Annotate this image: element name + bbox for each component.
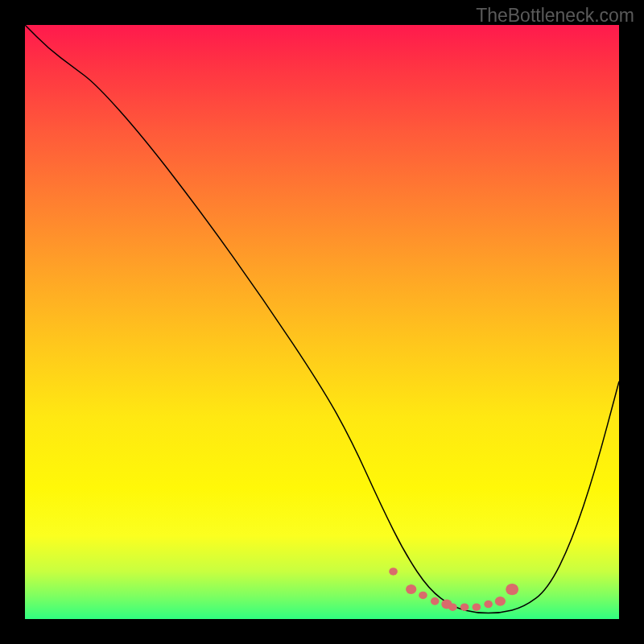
optimal-dot	[460, 603, 469, 611]
plot-gradient-area	[25, 25, 619, 619]
watermark-text: TheBottleneck.com	[476, 5, 634, 27]
optimal-dot	[473, 603, 481, 611]
optimal-dot	[448, 603, 457, 611]
optimal-dot	[389, 568, 398, 576]
optimal-dot	[406, 584, 416, 594]
optimal-dot	[484, 601, 493, 609]
optimal-dot	[495, 597, 506, 606]
optimal-dot	[431, 597, 440, 605]
optimal-range-dots	[25, 25, 619, 619]
optimal-dot	[506, 584, 518, 595]
optimal-dot	[419, 592, 427, 600]
